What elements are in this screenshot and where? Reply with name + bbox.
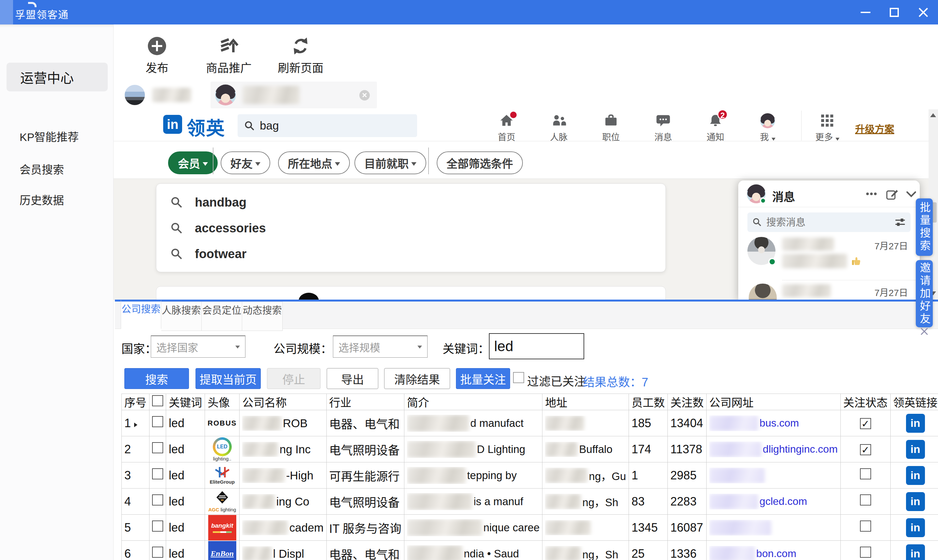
stop-button[interactable]: 停止 <box>267 368 320 389</box>
sidebar-item-member-search[interactable]: 会员搜索 <box>20 161 64 177</box>
conversation-row[interactable]: 7月27日 <box>738 281 920 300</box>
website-link[interactable]: gcled.com <box>760 495 807 508</box>
website-link[interactable]: bus.com <box>760 417 799 429</box>
linkedin-profile-link-icon[interactable]: in <box>906 466 925 485</box>
linkedin-profile-link-icon[interactable]: in <box>906 414 925 433</box>
tab-people-search[interactable]: 人脉搜索 <box>161 302 202 331</box>
follow-status-checkbox[interactable] <box>860 494 871 506</box>
nav-network[interactable]: 人脉 <box>534 112 583 143</box>
filter-pill-connections[interactable]: 好友 <box>221 151 270 174</box>
sidebar-item-history-data[interactable]: 历史数据 <box>20 192 64 208</box>
company-size-select[interactable]: 选择规模 <box>333 335 427 358</box>
account-tab-2-active[interactable] <box>211 82 377 108</box>
batch-search-button[interactable]: 批量搜索 <box>916 198 933 256</box>
cell-select <box>149 489 166 515</box>
follow-status-checkbox[interactable] <box>860 547 871 558</box>
invite-friends-button[interactable]: 邀请加好友 <box>916 260 933 327</box>
country-select-value: 选择国家 <box>156 339 198 354</box>
linkedin-search-input[interactable] <box>260 119 403 132</box>
website-link[interactable]: bon.com <box>756 548 797 560</box>
tab-feed-search[interactable]: 动态搜索 <box>242 302 283 331</box>
messages-search-box[interactable] <box>747 212 910 232</box>
messages-more-icon[interactable] <box>865 188 878 201</box>
column-header: 简介 <box>404 394 542 410</box>
keyword-input[interactable] <box>489 334 584 358</box>
filter-pill-location[interactable]: 所在地点 <box>278 151 350 174</box>
row-checkbox[interactable] <box>152 494 163 506</box>
website-link[interactable]: dlightinginc.com <box>763 443 838 455</box>
clear-results-button[interactable]: 清除结果 <box>384 368 450 389</box>
nav-home[interactable]: 首页 <box>482 112 531 143</box>
export-button[interactable]: 导出 <box>327 368 378 389</box>
suggestion-handbag[interactable]: handbag <box>156 189 666 215</box>
linkedin-profile-link-icon[interactable]: in <box>906 492 925 511</box>
chevron-down-icon <box>255 162 260 168</box>
tab-member-locate[interactable]: 会员定位 <box>202 302 242 331</box>
filter-pill-current-company[interactable]: 目前就职 <box>354 151 426 174</box>
table-row: 4ledAGC lightinging Co电气照明设备is a manufng… <box>122 489 938 515</box>
app-logo-icon <box>0 0 13 25</box>
nav-jobs[interactable]: 职位 <box>586 112 635 143</box>
redacted-account-name <box>243 86 300 104</box>
cell-linkedin-link: in <box>890 489 938 515</box>
linkedin-profile-link-icon[interactable]: in <box>906 518 925 537</box>
refresh-page-button[interactable]: 刷新页面 <box>273 36 328 75</box>
row-checkbox[interactable] <box>152 547 163 558</box>
row-checkbox[interactable] <box>152 442 163 453</box>
scope-member-pill[interactable]: 会员 <box>168 151 218 174</box>
suggestion-footwear[interactable]: footwear <box>156 241 666 267</box>
row-checkbox[interactable] <box>152 416 163 427</box>
sidebar-item-kp-recommend[interactable]: KP智能推荐 <box>20 128 78 144</box>
row-checkbox[interactable] <box>152 468 163 479</box>
messages-search-input[interactable] <box>766 217 874 228</box>
close-button[interactable] <box>916 5 930 20</box>
follow-status-checkbox[interactable] <box>860 520 871 532</box>
cell-website: bon.com <box>707 541 840 560</box>
linkedin-logo-icon[interactable]: in <box>163 115 182 134</box>
maximize-button[interactable] <box>887 5 901 20</box>
sidebar-item-operations[interactable]: 运营中心 <box>6 63 108 91</box>
all-filters-pill[interactable]: 全部筛选条件 <box>437 151 523 174</box>
follow-status-checkbox[interactable]: ✓ <box>860 418 871 429</box>
redacted-message-preview <box>782 254 847 268</box>
filter-followed-checkbox[interactable] <box>513 372 524 383</box>
redacted-text <box>242 468 284 483</box>
column-header: 头像 <box>205 394 240 410</box>
follow-status-checkbox[interactable] <box>860 468 871 479</box>
linkedin-search-box[interactable] <box>238 114 417 137</box>
account-tab-1[interactable] <box>120 82 206 108</box>
suggestion-accessories[interactable]: accessories <box>156 215 666 241</box>
suggestion-label: handbag <box>195 195 246 209</box>
row-checkbox[interactable] <box>152 520 163 532</box>
scroll-up-icon[interactable] <box>930 113 936 117</box>
select-all-checkbox[interactable] <box>152 395 163 406</box>
upgrade-plan-link[interactable]: 升级方案 <box>855 121 894 135</box>
country-select[interactable]: 选择国家 <box>151 335 245 358</box>
result-total: 结果总数：7 <box>583 373 648 390</box>
extract-current-page-button[interactable]: 提取当前页 <box>195 368 261 389</box>
search-button[interactable]: 搜索 <box>125 368 189 389</box>
partial-profile-card <box>156 286 666 300</box>
nav-me[interactable]: 我 <box>743 112 792 143</box>
search-icon <box>171 197 183 208</box>
batch-follow-button[interactable]: 批量关注 <box>456 368 510 389</box>
cell-followers: 2985 <box>668 462 707 489</box>
nav-notifications[interactable]: 2 通知 <box>691 112 740 143</box>
cell-avatar: bangkit <box>205 515 240 541</box>
cell-address: ng，Sh <box>543 489 629 515</box>
minimize-button[interactable] <box>858 5 873 20</box>
product-promote-button[interactable]: 商品推广 <box>201 36 257 75</box>
linkedin-profile-link-icon[interactable]: in <box>906 544 925 560</box>
close-account-tab-icon[interactable] <box>359 90 370 100</box>
linkedin-profile-link-icon[interactable]: in <box>906 440 925 459</box>
conversation-row[interactable]: 7月27日 <box>738 234 920 279</box>
collapse-panel-icon[interactable] <box>906 188 917 201</box>
publish-button[interactable]: 发布 <box>129 36 185 75</box>
nav-messaging[interactable]: 消息 <box>639 112 688 143</box>
follow-status-checkbox[interactable]: ✓ <box>860 444 871 455</box>
filter-sliders-icon[interactable] <box>895 217 906 227</box>
close-floating-icon[interactable] <box>920 327 929 336</box>
nav-more[interactable]: 更多 <box>806 112 849 143</box>
tab-company-search[interactable]: 公司搜索 <box>121 300 161 329</box>
compose-message-icon[interactable] <box>886 188 898 202</box>
